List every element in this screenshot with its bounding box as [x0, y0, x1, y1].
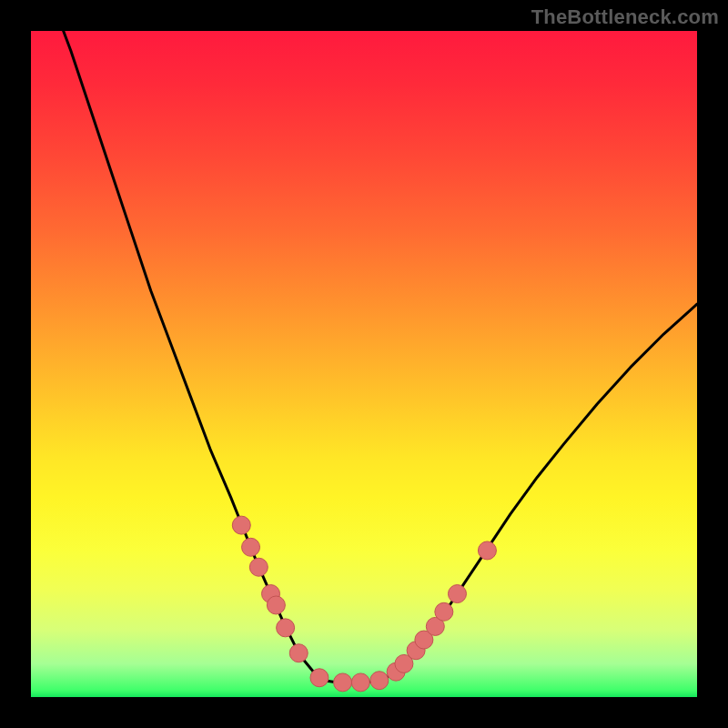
data-markers — [232, 516, 496, 692]
plot-area — [31, 31, 697, 697]
data-marker — [232, 516, 250, 534]
data-marker — [310, 669, 329, 687]
data-marker — [370, 672, 389, 690]
curve-line — [51, 0, 697, 682]
data-marker — [448, 585, 466, 603]
data-marker — [435, 602, 453, 621]
chart-frame: TheBottleneck.com — [0, 0, 728, 728]
bottleneck-curve — [31, 31, 697, 697]
curve-path — [51, 0, 697, 682]
data-marker — [334, 673, 352, 692]
data-marker — [289, 644, 308, 662]
data-marker — [249, 558, 268, 576]
data-marker — [351, 673, 369, 692]
watermark-text: TheBottleneck.com — [531, 5, 719, 29]
data-marker — [267, 596, 285, 614]
data-marker — [242, 538, 260, 556]
data-marker — [277, 619, 295, 637]
data-marker — [478, 541, 496, 560]
